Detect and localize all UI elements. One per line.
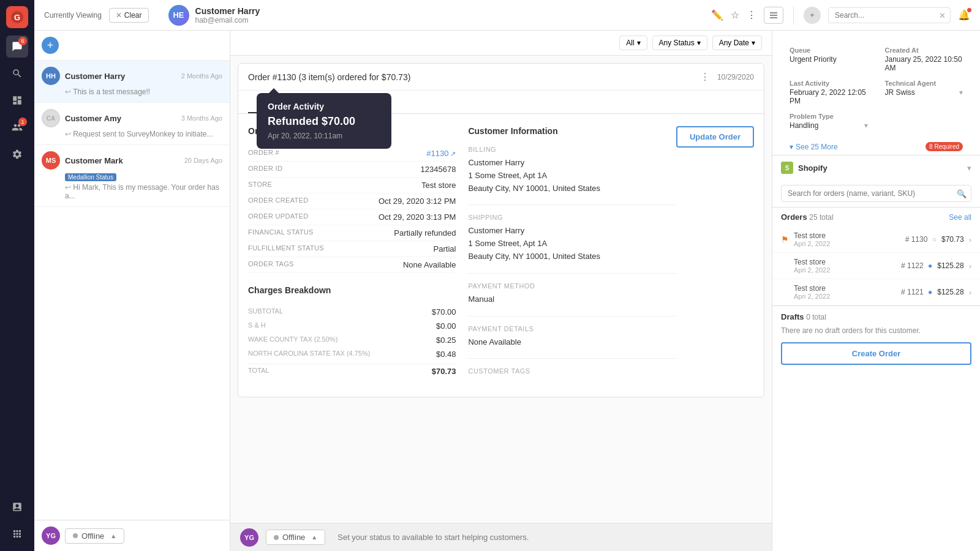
edit-icon[interactable]: ✏️ xyxy=(711,9,723,21)
nav-reports[interactable] xyxy=(6,496,28,518)
nav-search[interactable] xyxy=(6,62,28,84)
update-order-button[interactable]: Update Order xyxy=(676,126,754,148)
notification-badge xyxy=(967,8,971,12)
order-list-date: Apri 2, 2022 xyxy=(794,240,900,247)
customer-name: Customer Harry xyxy=(195,6,260,16)
shopify-search-input[interactable] xyxy=(781,185,971,202)
payment-details-label: PAYMENT DETAILS xyxy=(468,325,676,332)
created-at-label: Created At xyxy=(885,47,963,54)
order-list-number: # 1122 ● xyxy=(901,261,932,270)
offline-status-button[interactable]: Offline ▲ xyxy=(65,528,124,544)
status-filter-button[interactable]: Any Status ▾ xyxy=(652,36,707,50)
order-id-value: 12345678 xyxy=(421,165,456,174)
order-dots-icon[interactable]: ⋮ xyxy=(700,71,710,83)
notifications-icon[interactable]: 🔔 xyxy=(958,9,970,21)
list-item[interactable]: HH Customer Harry 2 Months Ago ↩ This is… xyxy=(34,61,230,103)
order-card: Order Activity Refunded $70.00 Apr 20, 2… xyxy=(238,63,764,397)
date-filter-label: Any Date xyxy=(719,39,749,47)
see-more-button[interactable]: ▾ See 25 More 8 Required xyxy=(781,138,971,155)
more-options-icon[interactable]: ⋮ xyxy=(747,9,756,21)
star-icon[interactable]: ☆ xyxy=(731,9,739,21)
conv-item-header: HH Customer Harry 2 Months Ago xyxy=(42,67,222,85)
order-activity-tooltip: Order Activity Refunded $70.00 Apr 20, 2… xyxy=(257,93,391,149)
tax2-value: $0.48 xyxy=(436,350,456,359)
shopify-section: S Shopify ▾ 🔍 Orders 25 total xyxy=(772,155,980,371)
new-conversation-button[interactable]: + xyxy=(42,37,59,54)
nav-settings[interactable] xyxy=(6,143,28,165)
add-panel-button[interactable]: + xyxy=(804,7,821,24)
order-list-info: Test store Apri 2, 2022 xyxy=(794,284,896,300)
list-item[interactable]: MS Customer Mark 20 Days Ago Medallion S… xyxy=(34,145,230,207)
see-all-button[interactable]: See all xyxy=(949,213,971,222)
financial-status-label: FINANCIAL STATUS xyxy=(248,228,314,238)
payment-details-section: PAYMENT DETAILS None Available xyxy=(468,325,676,349)
global-search-input[interactable] xyxy=(828,7,951,23)
shipping-address2: Beauty City, NY 10001, United States xyxy=(468,250,676,263)
orders-header: Orders 25 total See all xyxy=(772,208,980,227)
app-container: G 6 1 Currently Viewing xyxy=(0,0,980,551)
order-list-number: # 1121 ● xyxy=(901,288,932,296)
all-filter-button[interactable]: All ▾ xyxy=(619,36,647,50)
orders-title: Orders 25 total xyxy=(781,212,834,222)
clear-button[interactable]: ✕ Clear xyxy=(109,8,149,23)
nav-chat[interactable]: 6 xyxy=(6,36,28,58)
order-updated-value: Oct 29, 2020 3:13 PM xyxy=(379,212,456,222)
offline-text: Offline xyxy=(81,531,104,541)
conv-name: Customer Mark xyxy=(65,156,123,165)
shipping-address1: 1 Some Street, Apt 1A xyxy=(468,238,676,250)
customer-info-title: Customer Information xyxy=(468,126,676,136)
right-panel: Queue Urgent Priority Created At January… xyxy=(772,31,980,551)
info-row-order-created: ORDER CREATED Oct 29, 2020 3:12 PM xyxy=(248,193,456,209)
main-content: Currently Viewing ✕ Clear HE Customer Ha… xyxy=(34,0,980,551)
order-info-col: Order Information ORDER # #1130 ORDER ID… xyxy=(248,126,456,384)
reply-icon: ↩ xyxy=(65,88,73,96)
divider xyxy=(468,316,676,317)
agent-chevron-icon: ▾ xyxy=(959,88,963,97)
customer-details: Customer Harry hab@email.com xyxy=(195,6,260,24)
tax1-value: $0.25 xyxy=(436,335,456,345)
conv-time: 2 Months Ago xyxy=(181,72,222,80)
order-list-date: Apri 2, 2022 xyxy=(794,293,896,300)
order-list-info: Test store Apri 2, 2022 xyxy=(794,231,900,247)
search-close-icon[interactable]: ✕ xyxy=(939,10,946,20)
order-list-item[interactable]: ⚑ Test store Apri 2, 2022 # 1122 ● $125.… xyxy=(772,253,980,279)
order-two-col: Order Information ORDER # #1130 ORDER ID… xyxy=(248,126,676,384)
payment-method-value: Manual xyxy=(468,293,676,306)
create-order-button[interactable]: Create Order xyxy=(781,342,971,365)
chat-badge: 6 xyxy=(18,37,27,45)
list-item[interactable]: CA Customer Amy 3 Months Ago ↩ Request s… xyxy=(34,103,230,145)
status-filter-label: Any Status xyxy=(659,39,695,47)
order-list-item[interactable]: ⚑ Test store Apri 2, 2022 # 1130 ○ $70.7… xyxy=(772,227,980,253)
offline-status-toggle[interactable]: Offline ▲ xyxy=(266,530,325,545)
shopify-icon: S xyxy=(781,162,793,174)
avatar: MS xyxy=(42,151,60,170)
problem-type-chevron-icon: ▾ xyxy=(864,121,868,130)
shopify-search-area: 🔍 xyxy=(772,180,980,208)
tooltip-arrow xyxy=(269,88,279,93)
nav-users[interactable]: 1 xyxy=(6,116,28,138)
order-list-number: # 1130 ○ xyxy=(905,235,937,244)
payment-method-section: PAYMENT METHOD Manual xyxy=(468,282,676,306)
order-no-flag-spacer: ⚑ xyxy=(781,261,789,271)
customer-avatar: HE xyxy=(168,5,189,26)
filter-bar: All ▾ Any Status ▾ Any Date ▾ xyxy=(230,31,772,56)
clear-label: Clear xyxy=(124,11,142,20)
metadata-section: Queue Urgent Priority Created At January… xyxy=(772,31,980,155)
date-filter-button[interactable]: Any Date ▾ xyxy=(712,36,762,50)
nav-dashboard[interactable] xyxy=(6,89,28,111)
top-bar-actions: ✏️ ☆ ⋮ + ✕ 🔔 xyxy=(711,6,970,24)
panel-toggle-button[interactable] xyxy=(764,7,783,24)
order-list-item[interactable]: ⚑ Test store Apri 2, 2022 # 1121 ● $125.… xyxy=(772,279,980,305)
order-num-value[interactable]: #1130 xyxy=(426,149,456,158)
order-tags-label: ORDER TAGS xyxy=(248,260,294,269)
conversations-list: HH Customer Harry 2 Months Ago ↩ This is… xyxy=(34,61,230,520)
payment-method-label: PAYMENT METHOD xyxy=(468,282,676,290)
avatar: CA xyxy=(42,109,60,127)
charges-title: Charges Breakdown xyxy=(248,285,456,295)
shopify-header[interactable]: S Shopify ▾ xyxy=(772,156,980,180)
nav-apps[interactable] xyxy=(6,523,28,545)
conv-item-header: MS Customer Mark 20 Days Ago xyxy=(42,151,222,170)
reply-icon: ↩ xyxy=(65,130,73,138)
app-bottom-bar: YG Offline ▲ Set your status to availabl… xyxy=(230,523,772,551)
order-content: Update Order Order Information ORDER # #… xyxy=(238,114,764,397)
